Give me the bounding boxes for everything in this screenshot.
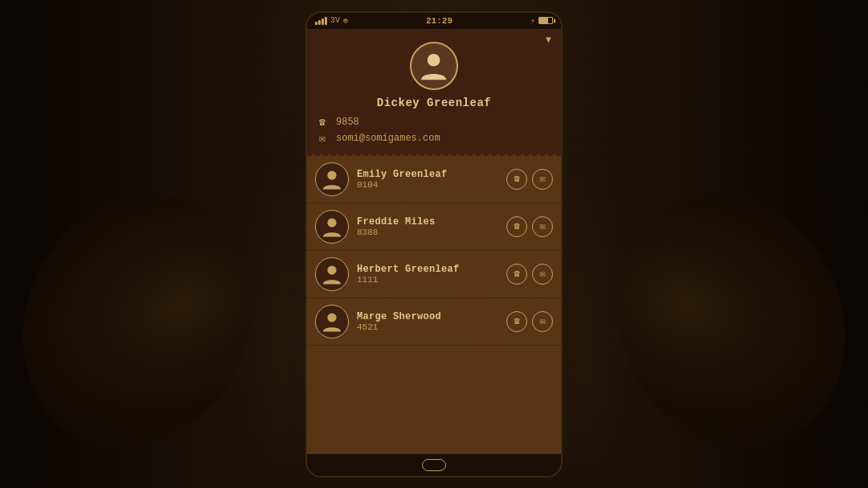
call-button-3[interactable]: ☎ xyxy=(506,311,527,332)
chevron-down-icon[interactable]: ▼ xyxy=(546,35,551,46)
contact-name-0: Emily Greenleaf xyxy=(357,169,498,180)
contact-person-icon-0 xyxy=(321,168,343,191)
contact-info: ☎ 9858 ✉ somi@somigames.com xyxy=(315,116,553,145)
mail-button-0[interactable]: ✉ xyxy=(532,169,553,190)
main-contact-avatar xyxy=(410,42,458,90)
contact-avatar-1 xyxy=(315,210,349,244)
phone-device: 3V ⊕ 21:29 ⚡ ▼ Dickey Greenleaf ☎ xyxy=(305,11,563,478)
mail-button-3[interactable]: ✉ xyxy=(532,311,553,332)
svg-point-2 xyxy=(327,218,336,227)
network-type: 3V xyxy=(330,16,340,25)
contact-details-1: Freddie Miles 8388 xyxy=(357,216,498,237)
contact-person-icon-1 xyxy=(321,215,343,238)
phone-number: 9858 xyxy=(336,117,359,128)
contact-actions-0: ☎ ✉ xyxy=(506,169,553,190)
contact-actions-3: ☎ ✉ xyxy=(506,311,553,332)
call-button-2[interactable]: ☎ xyxy=(506,264,527,285)
status-bar: 3V ⊕ 21:29 ⚡ xyxy=(307,13,561,30)
svg-point-4 xyxy=(327,313,336,322)
contact-details-3: Marge Sherwood 4521 xyxy=(357,311,498,332)
contact-item[interactable]: Freddie Miles 8388 ☎ ✉ xyxy=(307,203,561,251)
person-icon xyxy=(418,50,449,81)
contact-person-icon-2 xyxy=(321,263,343,285)
email-address: somi@somigames.com xyxy=(336,133,440,144)
avatar-silhouette xyxy=(411,43,457,88)
charge-icon: ⚡ xyxy=(530,16,535,26)
home-button[interactable] xyxy=(422,459,446,471)
wifi-icon: ⊕ xyxy=(343,16,348,26)
signal-bar-1 xyxy=(315,22,317,25)
mail-button-1[interactable]: ✉ xyxy=(532,216,553,237)
signal-bars xyxy=(315,17,327,25)
contact-avatar-0 xyxy=(315,162,349,196)
status-right: ⚡ xyxy=(530,16,553,26)
contact-details-0: Emily Greenleaf 0104 xyxy=(357,169,498,190)
contact-actions-2: ☎ ✉ xyxy=(506,264,553,285)
battery-indicator xyxy=(538,17,553,24)
signal-bar-2 xyxy=(318,20,321,25)
contact-header: ▼ Dickey Greenleaf ☎ 9858 ✉ somi@somigam… xyxy=(307,30,561,154)
home-indicator xyxy=(307,453,561,476)
email-info-row: ✉ somi@somigames.com xyxy=(315,132,553,145)
contact-person-icon-3 xyxy=(321,310,343,333)
contact-item[interactable]: Emily Greenleaf 0104 ☎ ✉ xyxy=(307,156,561,203)
mail-button-2[interactable]: ✉ xyxy=(532,264,553,285)
contacts-list[interactable]: Emily Greenleaf 0104 ☎ ✉ Freddie Miles 8… xyxy=(307,154,561,453)
signal-bar-4 xyxy=(325,17,327,25)
status-left: 3V ⊕ xyxy=(315,16,348,26)
phone-info-row: ☎ 9858 xyxy=(315,116,553,129)
contact-avatar-3 xyxy=(315,305,349,338)
contact-avatar-2 xyxy=(315,257,349,291)
contact-name-3: Marge Sherwood xyxy=(357,311,498,322)
contact-details-2: Herbert Greenleaf 1111 xyxy=(357,264,498,285)
svg-point-0 xyxy=(428,54,440,67)
call-button-0[interactable]: ☎ xyxy=(506,169,527,190)
svg-point-1 xyxy=(327,170,336,179)
signal-bar-3 xyxy=(321,18,324,25)
phone-icon: ☎ xyxy=(315,116,330,129)
battery-fill xyxy=(539,18,548,23)
contact-actions-1: ☎ ✉ xyxy=(506,216,553,237)
status-time: 21:29 xyxy=(426,16,452,26)
contact-number-3: 4521 xyxy=(357,322,498,332)
contact-number-0: 0104 xyxy=(357,180,498,190)
svg-point-3 xyxy=(327,265,336,274)
contact-item[interactable]: Marge Sherwood 4521 ☎ ✉ xyxy=(307,298,561,346)
contact-item[interactable]: Herbert Greenleaf 1111 ☎ ✉ xyxy=(307,251,561,298)
contact-name-1: Freddie Miles xyxy=(357,216,498,228)
contact-number-2: 1111 xyxy=(357,275,498,285)
contact-number-1: 8388 xyxy=(357,228,498,237)
contact-name-2: Herbert Greenleaf xyxy=(357,264,498,275)
email-icon: ✉ xyxy=(315,132,330,145)
call-button-1[interactable]: ☎ xyxy=(506,216,527,237)
main-contact-name: Dickey Greenleaf xyxy=(377,96,491,109)
